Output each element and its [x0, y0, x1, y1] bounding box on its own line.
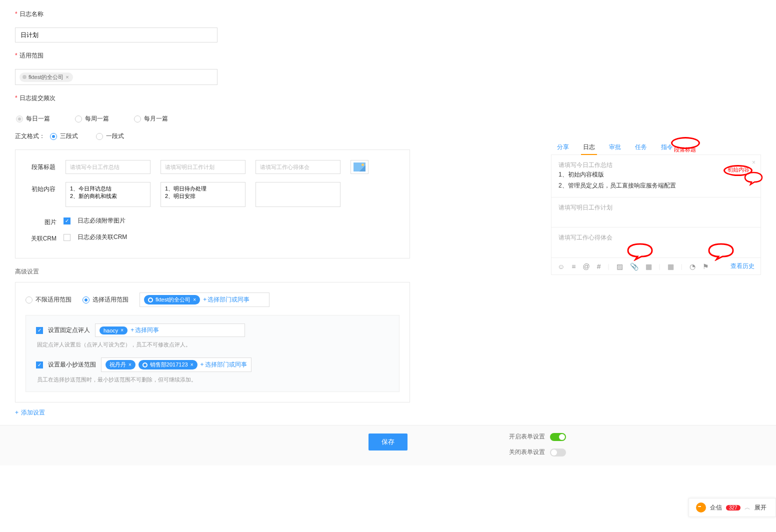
log-name-input[interactable] [15, 28, 218, 42]
select-colleague-link[interactable]: +选择同事 [130, 326, 159, 334]
close-icon[interactable]: × [120, 328, 124, 333]
col3-title[interactable] [256, 160, 340, 174]
hash-icon[interactable]: # [597, 262, 601, 270]
freq-weekly[interactable]: 每周一篇 [75, 114, 109, 123]
scope-selected-tag[interactable]: fktest的全公司× [144, 295, 200, 304]
col1-title[interactable] [66, 160, 150, 174]
form-on-label: 开启表单设置 [509, 432, 545, 441]
frequency-group: 每日一篇 每周一篇 每月一篇 [16, 114, 168, 123]
at-icon[interactable]: @ [582, 262, 590, 270]
preview-tabs: 分享 日志 审批 任务 指令 [551, 140, 761, 155]
section-title-label: 段落标题 [26, 160, 56, 172]
clock-icon[interactable]: ◔ [690, 262, 696, 270]
require-crm-checkbox[interactable] [64, 234, 70, 241]
body-format-label: 正文格式： [15, 132, 45, 140]
preview-panel: 分享 日志 审批 任务 指令 段落标题 × 请填写今日工作总结 1、初始内容模版… [551, 140, 761, 275]
tab-order[interactable]: 指令 [659, 140, 675, 154]
scope-unlimited[interactable]: 不限适用范围 [26, 296, 72, 304]
reviewer-hint: 固定点评人设置后（点评人可设为空），员工不可修改点评人。 [37, 341, 389, 348]
image-placeholder[interactable] [350, 160, 368, 174]
col2-title[interactable] [160, 160, 246, 174]
image-icon[interactable]: ▨ [616, 262, 623, 270]
require-image-checkbox[interactable]: ✓ [64, 218, 70, 224]
col2-content[interactable] [160, 182, 246, 207]
cc-box[interactable]: 祝丹丹× 销售部2017123× +选择部门或同事 [101, 358, 252, 372]
col1-content[interactable] [66, 182, 150, 207]
form-off-label: 关闭表单设置 [509, 448, 545, 456]
log-name-label: 日志名称 [15, 8, 44, 18]
save-button[interactable]: 保存 [368, 434, 408, 450]
image-icon [354, 162, 366, 172]
emoji-icon[interactable]: ☺ [558, 262, 564, 270]
preview-toolbar: ☺ ≡ @ # | ▨ 📎 ▦ | ▦ | ◔ ⚑ 查看历史 [552, 258, 760, 274]
attach-icon[interactable]: 📎 [630, 262, 638, 270]
preview-block-1[interactable]: × 请填写今日工作总结 1、初始内容模版 2、管理员定义后，员工直接响应服务端配… [552, 155, 760, 198]
init-content-label: 初始内容 [26, 182, 56, 194]
require-image-label: 日志必须附带图片 [78, 216, 126, 225]
require-crm-label: 日志必须关联CRM [78, 233, 127, 242]
min-cc-label: 设置最小抄送范围 [48, 360, 96, 369]
image-label: 图片 [36, 215, 56, 226]
col3-content[interactable] [256, 182, 340, 207]
fixed-reviewer-label: 设置固定点评人 [48, 326, 90, 334]
tab-task[interactable]: 任务 [633, 140, 649, 154]
advanced-box: 不限适用范围 选择适用范围 fktest的全公司× +选择部门或同事 ✓ 设置固… [15, 282, 410, 402]
advanced-sub: ✓ 设置固定点评人 haocy× +选择同事 固定点评人设置后（点评人可设为空）… [26, 315, 400, 392]
calendar-icon[interactable]: ▦ [646, 262, 652, 270]
scope-tag[interactable]: fktest的全公司 × [20, 72, 73, 82]
freq-monthly[interactable]: 每月一篇 [134, 114, 168, 123]
preview-block-2[interactable]: 请填写明日工作计划 [552, 198, 760, 228]
form-off-toggle[interactable] [550, 448, 566, 456]
cc-tag-1[interactable]: 祝丹丹× [106, 360, 136, 370]
reviewer-box[interactable]: haocy× +选择同事 [95, 324, 245, 337]
add-setting-link[interactable]: + 添加设置 [15, 408, 45, 417]
cc-select-link[interactable]: +选择部门或同事 [200, 360, 247, 369]
reviewer-tag[interactable]: haocy× [100, 326, 128, 334]
close-icon[interactable]: × [66, 74, 68, 80]
preview-block-3[interactable]: 请填写工作心得体会 [552, 228, 760, 258]
select-dept-link[interactable]: +选择部门或同事 [203, 296, 250, 304]
scope-tag-box[interactable]: fktest的全公司 × [15, 69, 218, 85]
list-icon[interactable]: ≡ [572, 262, 576, 270]
close-icon[interactable]: × [128, 362, 132, 368]
close-icon[interactable]: × [193, 297, 196, 302]
scope-select-box[interactable]: fktest的全公司× +选择部门或同事 [140, 292, 270, 307]
tab-log[interactable]: 日志 [581, 140, 597, 154]
people-icon[interactable]: ⚑ [702, 262, 709, 270]
scope-label: 适用范围 [15, 50, 44, 59]
section-box: 段落标题 初始内容 图片 ✓ 日志必须附带图片 关联CRM 日志必须关联CRM [15, 150, 410, 258]
frequency-label: 日志提交频次 [15, 92, 56, 102]
freq-daily[interactable]: 每日一篇 [16, 114, 50, 123]
footer: 保存 开启表单设置 关闭表单设置 [0, 425, 776, 466]
crm-label: 关联CRM [26, 232, 56, 243]
view-history-link[interactable]: 查看历史 [730, 262, 754, 270]
format-three[interactable]: 三段式 [50, 132, 78, 140]
min-cc-checkbox[interactable]: ✓ [36, 362, 43, 368]
fixed-reviewer-checkbox[interactable]: ✓ [36, 327, 43, 334]
form-on-toggle[interactable] [550, 433, 566, 441]
scope-select[interactable]: 选择适用范围 [82, 296, 128, 304]
tab-share[interactable]: 分享 [555, 140, 571, 154]
grid-icon[interactable]: ▦ [668, 262, 674, 270]
format-one[interactable]: 一段式 [96, 132, 124, 140]
preview-close[interactable]: × [752, 159, 756, 166]
cc-tag-2[interactable]: 销售部2017123× [138, 360, 198, 370]
cc-hint: 员工在选择抄送范围时，最小抄送范围不可删除，但可继续添加。 [37, 376, 389, 384]
tab-approval[interactable]: 审批 [607, 140, 623, 154]
close-icon[interactable]: × [190, 362, 194, 368]
